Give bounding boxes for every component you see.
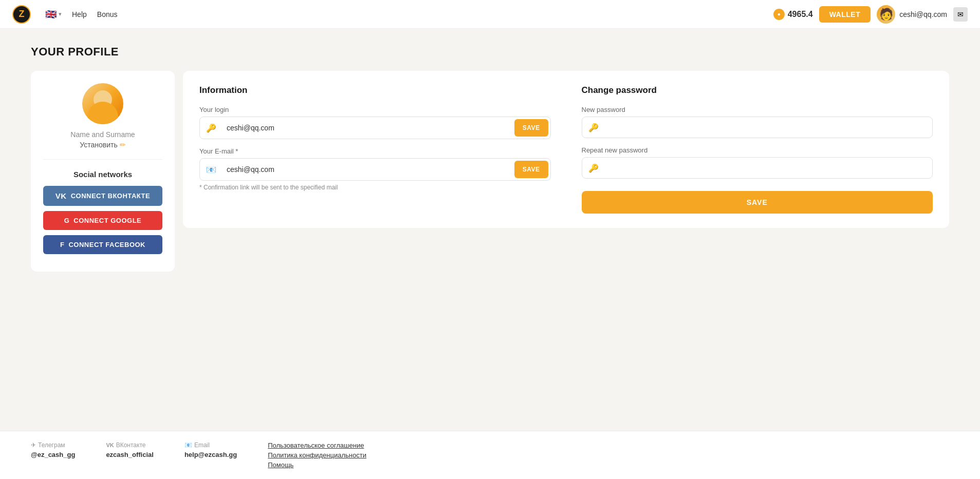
avatar: 🧑 xyxy=(877,5,895,24)
connect-facebook-button[interactable]: f CONNECT FACEBOOK xyxy=(43,235,162,254)
lock2-icon: 🔑 xyxy=(582,163,605,173)
header-nav: 🇬🇧 ▾ Help Bonus xyxy=(41,7,118,22)
lang-flag-icon: 🇬🇧 xyxy=(45,9,57,20)
left-panel: Name and Surname Установить ✏ Social net… xyxy=(31,71,175,272)
connect-google-button[interactable]: G CONNECT GOOGLE xyxy=(43,211,162,230)
avatar-section: Name and Surname Установить ✏ xyxy=(43,83,162,160)
footer: ✈ Телеграм @ez_cash_gg VK ВКонтакте ezca… xyxy=(0,431,980,479)
user-area[interactable]: 🧑 ceshi@qq.com xyxy=(877,5,947,24)
message-icon[interactable]: ✉ xyxy=(953,7,968,22)
email-label: Your E-mail * xyxy=(199,147,551,155)
avatar-set-row: Установить ✏ xyxy=(80,141,125,149)
page-title: YOUR PROFILE xyxy=(31,45,949,59)
avatar-body xyxy=(87,102,118,124)
language-selector[interactable]: 🇬🇧 ▾ xyxy=(41,7,66,22)
vk-handle[interactable]: ezcash_official xyxy=(106,451,154,458)
lock-icon: 🔑 xyxy=(582,123,605,132)
telegram-label: ✈ Телеграм xyxy=(31,442,75,449)
login-input-wrapper: 🔑 SAVE xyxy=(199,117,551,139)
balance-value: 4965.4 xyxy=(788,10,813,19)
vk-footer-icon: VK xyxy=(106,442,114,448)
new-password-label: New password xyxy=(582,106,933,113)
right-panel: Information Your login 🔑 SAVE Your E-mai… xyxy=(183,71,949,228)
social-title: Social networks xyxy=(43,170,162,179)
footer-email: 📧 Email help@ezcash.gg xyxy=(184,442,237,458)
email-input[interactable] xyxy=(223,159,512,180)
edit-pencil-icon[interactable]: ✏ xyxy=(120,141,126,149)
footer-links: Пользовательское соглашение Политика кон… xyxy=(268,442,366,469)
email-footer-icon: 📧 xyxy=(184,442,192,449)
footer-telegram: ✈ Телеграм @ez_cash_gg xyxy=(31,442,75,458)
email-note: * Confirmation link will be sent to the … xyxy=(199,184,551,191)
coin-balance: ● 4965.4 xyxy=(773,9,813,20)
repeat-password-label: Repeat new password xyxy=(582,146,933,154)
privacy-policy-link[interactable]: Политика конфиденциальности xyxy=(268,451,366,459)
bonus-link[interactable]: Bonus xyxy=(97,10,118,18)
key-icon: 🔑 xyxy=(200,123,223,133)
info-grid: Information Your login 🔑 SAVE Your E-mai… xyxy=(199,85,933,214)
big-avatar xyxy=(82,83,123,124)
chevron-down-icon: ▾ xyxy=(59,11,62,17)
user-email-label: ceshi@qq.com xyxy=(899,10,947,18)
vk-icon: VK xyxy=(56,191,67,200)
repeat-password-input[interactable] xyxy=(605,158,933,178)
user-agreement-link[interactable]: Пользовательское соглашение xyxy=(268,442,366,449)
telegram-icon: ✈ xyxy=(31,442,36,449)
connect-vk-button[interactable]: VK CONNECT ВКОНТАКТЕ xyxy=(43,186,162,206)
logo[interactable]: Z xyxy=(12,5,31,24)
email-icon: 📧 xyxy=(200,165,223,175)
password-section: Change password New password 🔑 Repeat ne… xyxy=(582,85,933,214)
password-section-title: Change password xyxy=(582,85,933,95)
social-section: Social networks VK CONNECT ВКОНТАКТЕ G C… xyxy=(43,170,162,254)
wallet-button[interactable]: WALLET xyxy=(819,6,871,23)
new-password-input[interactable] xyxy=(605,117,933,138)
help-link[interactable]: Помощь xyxy=(268,461,366,469)
information-section: Information Your login 🔑 SAVE Your E-mai… xyxy=(199,85,551,214)
save-password-button[interactable]: SAVE xyxy=(582,191,933,214)
new-password-input-wrapper: 🔑 xyxy=(582,117,933,138)
facebook-icon: f xyxy=(60,241,64,248)
coin-icon: ● xyxy=(773,9,785,20)
info-section-title: Information xyxy=(199,85,551,95)
header-right: ● 4965.4 WALLET 🧑 ceshi@qq.com ✉ xyxy=(773,5,968,24)
vk-footer-label: VK ВКонтакте xyxy=(106,442,154,449)
email-handle[interactable]: help@ezcash.gg xyxy=(184,451,237,458)
nav-links: Help Bonus xyxy=(72,10,118,18)
email-input-wrapper: 📧 SAVE xyxy=(199,158,551,181)
help-link[interactable]: Help xyxy=(72,10,87,18)
avatar-name-label: Name and Surname xyxy=(70,130,135,139)
footer-vk: VK ВКонтакте ezcash_official xyxy=(106,442,154,458)
profile-layout: Name and Surname Установить ✏ Social net… xyxy=(31,71,949,272)
save-login-button[interactable]: SAVE xyxy=(514,119,548,137)
main-content: YOUR PROFILE Name and Surname Установить… xyxy=(0,29,980,431)
login-input[interactable] xyxy=(223,118,512,138)
email-footer-label: 📧 Email xyxy=(184,442,237,449)
avatar-set-label: Установить xyxy=(80,141,117,149)
telegram-handle[interactable]: @ez_cash_gg xyxy=(31,451,75,458)
header: Z 🇬🇧 ▾ Help Bonus ● 4965.4 WALLET 🧑 cesh… xyxy=(0,0,980,29)
login-label: Your login xyxy=(199,106,551,113)
save-email-button[interactable]: SAVE xyxy=(514,161,548,178)
repeat-password-input-wrapper: 🔑 xyxy=(582,157,933,179)
google-icon: G xyxy=(64,217,70,224)
